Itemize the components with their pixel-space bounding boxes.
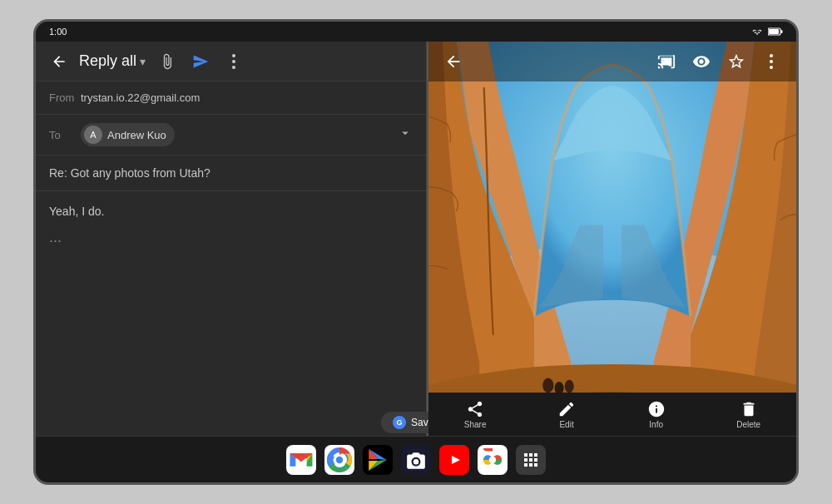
subject-text: Re: Got any photos from Utah? — [49, 166, 210, 180]
svg-point-6 — [770, 54, 773, 57]
compose-text-area[interactable]: Yeah, I do. ... — [36, 191, 426, 436]
photos-bottom-bar: Share Edit Info — [428, 393, 796, 436]
cast-icon — [657, 52, 676, 71]
to-left: To A Andrew Kuo — [49, 123, 175, 146]
split-container: Reply all ▾ — [36, 42, 796, 436]
to-field: To A Andrew Kuo — [36, 115, 426, 156]
from-field: From trystan.io.22@gmail.com — [36, 82, 426, 115]
photos-back-icon — [444, 52, 463, 71]
photos-icon — [481, 448, 504, 472]
subject-field[interactable]: Re: Got any photos from Utah? — [36, 156, 426, 191]
system-dock: G Saved — [36, 436, 796, 482]
svg-point-4 — [232, 60, 235, 63]
star-icon — [727, 52, 745, 71]
cast-button[interactable] — [651, 47, 681, 77]
back-icon — [51, 53, 67, 70]
dock-camera-button[interactable] — [401, 445, 431, 475]
lens-icon — [692, 52, 711, 71]
photos-header-right — [651, 47, 786, 77]
back-button[interactable] — [46, 48, 72, 75]
wifi-icon — [751, 27, 763, 36]
from-value: trystan.io.22@gmail.com — [81, 91, 200, 104]
photos-panel: Share Edit Info — [428, 42, 796, 436]
battery-icon — [768, 27, 783, 36]
dock-youtube-button[interactable] — [439, 445, 469, 475]
youtube-icon — [442, 451, 467, 469]
svg-rect-2 — [769, 29, 779, 34]
play-icon — [367, 448, 389, 472]
camera-icon — [405, 451, 427, 469]
share-label: Share — [464, 420, 487, 429]
status-time: 1:00 — [49, 27, 67, 37]
recipient-chip[interactable]: A Andrew Kuo — [81, 123, 175, 146]
dock-apps-button[interactable] — [516, 445, 546, 475]
send-button[interactable] — [186, 47, 215, 77]
toast-google-icon: G — [393, 416, 406, 429]
chevron-down-icon — [398, 126, 413, 141]
delete-button[interactable]: Delete — [736, 400, 760, 429]
photos-more-button[interactable] — [756, 47, 786, 77]
edit-icon — [557, 400, 576, 418]
compose-body: From trystan.io.22@gmail.com To A Andrew… — [36, 82, 426, 436]
svg-point-19 — [336, 456, 343, 462]
gmail-compose-panel: Reply all ▾ — [36, 42, 427, 436]
to-label: To — [49, 129, 74, 141]
edit-label: Edit — [559, 420, 573, 429]
svg-point-5 — [232, 66, 235, 69]
dropdown-arrow-icon: ▾ — [140, 55, 146, 68]
photos-more-icon — [770, 54, 773, 69]
gmail-icon — [290, 452, 313, 468]
compose-header-actions — [152, 47, 249, 77]
info-icon — [647, 400, 666, 418]
share-icon — [466, 400, 484, 418]
photos-header — [428, 42, 796, 82]
delete-icon — [740, 400, 758, 418]
compose-body-text: Yeah, I do. — [49, 203, 413, 220]
compose-header: Reply all ▾ — [36, 42, 426, 82]
star-button[interactable] — [721, 47, 751, 77]
quoted-text-ellipsis: ... — [49, 229, 413, 246]
compose-title: Reply all — [79, 52, 136, 70]
info-button[interactable]: Info — [647, 400, 666, 429]
svg-point-8 — [770, 66, 773, 69]
tablet-device: 1:00 — [33, 19, 799, 485]
share-button[interactable]: Share — [464, 400, 487, 429]
recipient-name: Andrew Kuo — [107, 129, 166, 141]
dock-gmail-button[interactable] — [286, 445, 316, 475]
recipient-avatar: A — [84, 126, 102, 144]
svg-point-7 — [770, 60, 773, 63]
photos-header-left — [438, 47, 468, 77]
dock-play-button[interactable] — [363, 445, 393, 475]
status-bar: 1:00 — [36, 22, 796, 42]
more-options-button[interactable] — [219, 47, 249, 77]
expand-recipients-button[interactable] — [398, 126, 413, 144]
svg-point-3 — [232, 54, 235, 57]
dock-photos-button[interactable] — [478, 445, 508, 475]
svg-point-14 — [565, 380, 574, 393]
arch-photo — [428, 42, 796, 436]
apps-icon — [521, 450, 541, 470]
send-icon — [192, 53, 209, 70]
svg-point-23 — [489, 456, 496, 462]
delete-label: Delete — [736, 420, 760, 429]
attach-button[interactable] — [152, 47, 182, 77]
edit-button[interactable]: Edit — [557, 400, 576, 429]
photos-back-button[interactable] — [438, 47, 468, 77]
status-icons — [751, 27, 783, 36]
lens-button[interactable] — [686, 47, 716, 77]
arch-photo-image — [428, 42, 796, 436]
from-label: From — [49, 91, 74, 104]
reply-all-dropdown[interactable]: Reply all ▾ — [79, 52, 146, 70]
chrome-icon — [327, 447, 352, 472]
svg-point-20 — [414, 458, 419, 464]
svg-point-12 — [542, 378, 553, 393]
info-label: Info — [649, 420, 663, 429]
svg-rect-1 — [781, 30, 783, 33]
attach-icon — [159, 53, 176, 70]
more-icon — [232, 54, 235, 69]
dock-chrome-button[interactable] — [324, 445, 354, 475]
